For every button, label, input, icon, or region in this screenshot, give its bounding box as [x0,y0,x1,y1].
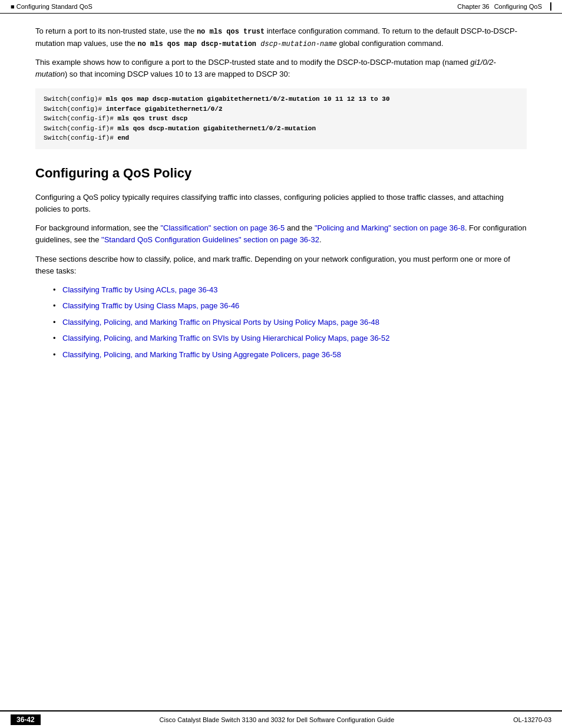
bullet-link-2[interactable]: Classifying Traffic by Using Class Maps,… [62,301,239,310]
header-separator [550,2,551,11]
bullet-link-4[interactable]: Classifying, Policing, and Marking Traff… [62,334,389,342]
bullet-link-1[interactable]: Classifying Traffic by Using ACLs, page … [62,285,218,294]
list-item: Classifying, Policing, and Marking Traff… [53,332,527,344]
code-block: Switch(config)# mls qos map dscp-mutatio… [35,88,527,149]
section-paragraph-1: Configuring a QoS policy typically requi… [35,192,527,215]
list-item: Classifying, Policing, and Marking Traff… [53,349,527,361]
header-right: Chapter 36 Configuring QoS [457,2,551,11]
section-paragraph-3: These sections describe how to classify,… [35,253,527,277]
footer-doc-id: OL-13270-03 [513,716,551,723]
header-chapter: Chapter 36 [457,3,489,10]
link-policing-marking[interactable]: "Policing and Marking" section on page 3… [315,223,465,232]
bullet-link-5[interactable]: Classifying, Policing, and Marking Traff… [62,350,341,359]
footer-center-text: Cisco Catalyst Blade Switch 3130 and 303… [41,716,513,723]
main-content: To return a port to its non-trusted stat… [0,14,562,401]
header-chapter-title: Configuring QoS [494,3,542,10]
page-footer: 36-42 Cisco Catalyst Blade Switch 3130 a… [0,710,562,728]
list-item: Classifying, Policing, and Marking Traff… [53,317,527,328]
link-classification[interactable]: "Classification" section on page 36-5 [160,223,285,232]
bullet-link-3[interactable]: Classifying, Policing, and Marking Traff… [62,318,379,327]
list-item: Classifying Traffic by Using Class Maps,… [53,300,527,312]
section-heading: Configuring a QoS Policy [35,166,527,181]
intro-paragraph-2: This example shows how to configure a po… [35,57,527,80]
list-item: Classifying Traffic by Using ACLs, page … [53,284,527,296]
page-number: 36-42 [11,714,41,725]
link-standard-qos-guidelines[interactable]: "Standard QoS Configuration Guidelines" … [101,235,319,244]
page-header: ■ Configuring Standard QoS Chapter 36 Co… [0,0,562,14]
header-left-text: ■ Configuring Standard QoS [11,3,92,10]
task-list: Classifying Traffic by Using ACLs, page … [53,284,527,361]
intro-paragraph-1: To return a port to its non-trusted stat… [35,25,527,50]
section-paragraph-2: For background information, see the "Cla… [35,222,527,246]
